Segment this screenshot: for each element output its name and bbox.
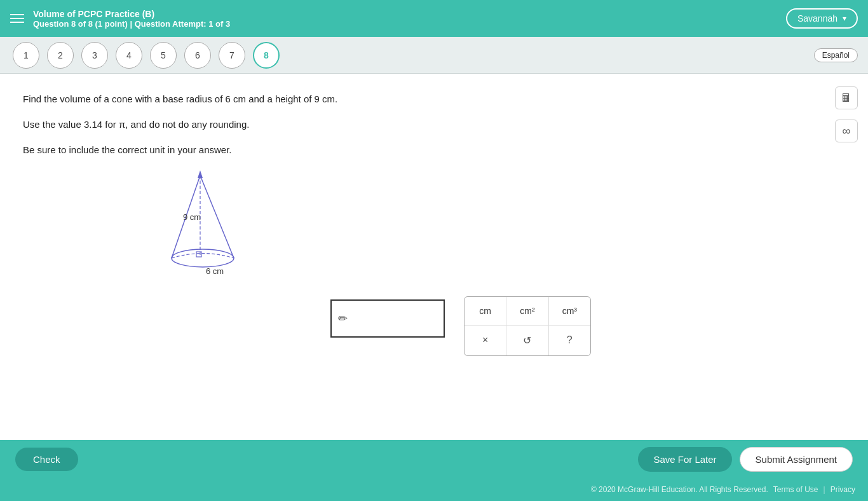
question-progress: Question 8 of 8: [33, 19, 95, 29]
question-nav-2[interactable]: 2: [47, 42, 74, 69]
unit-row-1: cm cm² cm³: [465, 297, 590, 326]
unit-clear[interactable]: ×: [465, 326, 506, 355]
question-line2: Use the value 3.14 for π, and do not do …: [23, 117, 845, 132]
svg-marker-7: [198, 170, 203, 178]
question-nav-5[interactable]: 5: [150, 42, 177, 69]
question-nav-7[interactable]: 7: [219, 42, 245, 69]
question-sep: |: [128, 19, 135, 29]
footer-bar: Check Save For Later Submit Assignment: [0, 440, 868, 478]
header-left: Volume of PCPC Practice (B) Question 8 o…: [10, 9, 230, 29]
copyright-bar: © 2020 McGraw-Hill Education. All Rights…: [0, 478, 868, 501]
chevron-down-icon: ▾: [843, 14, 846, 23]
svg-line-1: [200, 175, 234, 258]
cone-diagram: 9 cm 6 cm: [140, 163, 267, 280]
question-nav-4[interactable]: 4: [116, 42, 142, 69]
sidebar-icons: 🖩 ∞: [835, 86, 858, 142]
question-nav-8[interactable]: 8: [253, 42, 280, 69]
unit-cm[interactable]: cm: [465, 297, 506, 325]
privacy-link[interactable]: Privacy: [831, 485, 855, 494]
espanol-button[interactable]: Español: [814, 48, 858, 62]
header-right: Savannah ▾: [786, 8, 858, 29]
unit-selector: cm cm² cm³ × ↺ ?: [464, 296, 591, 356]
unit-row-2: × ↺ ?: [465, 326, 590, 355]
main-content: Find the volume of a cone with a base ra…: [0, 74, 868, 440]
separator: |: [824, 485, 825, 494]
svg-rect-4: [196, 252, 201, 257]
calculator-button[interactable]: 🖩: [835, 86, 858, 109]
infinity-icon: ∞: [843, 125, 851, 138]
question-line1: Find the volume of a cone with a base ra…: [23, 92, 845, 107]
terms-link[interactable]: Terms of Use: [773, 485, 818, 494]
hamburger-menu[interactable]: [10, 14, 24, 23]
answer-input[interactable]: [350, 313, 437, 324]
question-line3: Be sure to include the correct unit in y…: [23, 142, 845, 158]
submit-assignment-button[interactable]: Submit Assignment: [740, 447, 853, 472]
unit-cm2[interactable]: cm²: [506, 297, 548, 325]
question-nav-1[interactable]: 1: [13, 42, 39, 69]
save-later-button[interactable]: Save For Later: [638, 447, 731, 472]
question-nav-bar: 1 2 3 4 5 6 7 8 Español: [0, 37, 868, 74]
copyright-text: © 2020 McGraw-Hill Education. All Rights…: [591, 485, 768, 494]
svg-text:9 cm: 9 cm: [183, 212, 201, 222]
header: Volume of PCPC Practice (B) Question 8 o…: [0, 0, 868, 37]
unit-undo[interactable]: ↺: [506, 326, 548, 355]
user-dropdown[interactable]: Savannah ▾: [786, 8, 858, 29]
question-info: Question 8 of 8 (1 point) | Question Att…: [33, 19, 230, 29]
question-nav-3[interactable]: 3: [81, 42, 108, 69]
pencil-icon: ✏: [338, 312, 348, 326]
unit-cm3[interactable]: cm³: [549, 297, 590, 325]
cone-svg: 9 cm 6 cm: [140, 163, 267, 277]
svg-text:6 cm: 6 cm: [206, 266, 224, 276]
reference-button[interactable]: ∞: [835, 120, 858, 142]
svg-point-2: [172, 249, 234, 267]
question-attempt: Question Attempt: 1 of 3: [135, 19, 230, 29]
calculator-icon: 🖩: [841, 92, 852, 105]
header-title: Volume of PCPC Practice (B) Question 8 o…: [33, 9, 230, 29]
answer-input-container[interactable]: ✏: [330, 299, 445, 338]
question-points: (1 point): [95, 19, 128, 29]
footer-right-buttons: Save For Later Submit Assignment: [638, 447, 853, 472]
check-button[interactable]: Check: [15, 448, 78, 471]
assignment-title: Volume of PCPC Practice (B): [33, 9, 230, 19]
user-name: Savannah: [797, 13, 837, 24]
unit-help[interactable]: ?: [549, 326, 590, 355]
question-nav-6[interactable]: 6: [184, 42, 211, 69]
